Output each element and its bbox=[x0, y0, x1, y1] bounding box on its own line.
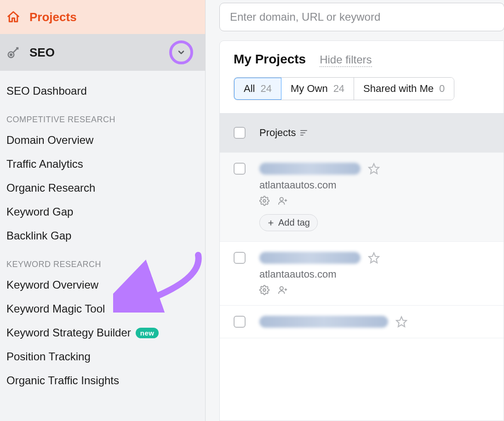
tab-my-own-count: 24 bbox=[333, 83, 344, 95]
svg-point-13 bbox=[263, 289, 266, 291]
project-row[interactable]: atlantaautos.com Add tag bbox=[220, 153, 504, 242]
project-name-redacted bbox=[259, 163, 361, 175]
nav-traffic-analytics[interactable]: Traffic Analytics bbox=[6, 152, 199, 176]
tab-all-label: All bbox=[244, 83, 255, 95]
nav-keyword-overview[interactable]: Keyword Overview bbox=[6, 273, 199, 297]
hide-filters-link[interactable]: Hide filters bbox=[320, 53, 372, 67]
svg-marker-12 bbox=[369, 253, 379, 263]
tab-my-own[interactable]: My Own 24 bbox=[281, 78, 354, 100]
svg-marker-5 bbox=[369, 164, 379, 174]
sidebar-nav-list: SEO Dashboard COMPETITIVE RESEARCH Domai… bbox=[0, 71, 205, 393]
select-all-checkbox[interactable] bbox=[234, 127, 246, 139]
nav-organic-traffic-insights[interactable]: Organic Traffic Insights bbox=[6, 369, 199, 393]
sidebar: Projects SEO SEO Dashboard COMPETITIVE R… bbox=[0, 0, 206, 421]
svg-point-6 bbox=[263, 199, 266, 202]
star-icon[interactable] bbox=[368, 252, 380, 264]
tab-all-count: 24 bbox=[260, 83, 271, 95]
row-checkbox[interactable] bbox=[234, 163, 246, 175]
nav-keyword-magic-tool[interactable]: Keyword Magic Tool bbox=[6, 297, 199, 321]
project-rows: atlantaautos.com Add tag bbox=[220, 153, 504, 421]
tab-my-own-label: My Own bbox=[291, 83, 328, 95]
projects-panel: My Projects Hide filters All 24 My Own 2… bbox=[219, 40, 504, 421]
tab-all[interactable]: All 24 bbox=[234, 77, 282, 100]
plus-icon bbox=[267, 219, 275, 227]
sort-icon bbox=[300, 130, 309, 136]
add-tag-button[interactable]: Add tag bbox=[259, 214, 318, 231]
project-name-redacted bbox=[259, 252, 361, 264]
nav-seo-section[interactable]: SEO bbox=[0, 34, 205, 71]
nav-keyword-gap[interactable]: Keyword Gap bbox=[6, 200, 199, 224]
main-content: My Projects Hide filters All 24 My Own 2… bbox=[206, 0, 504, 421]
row-checkbox[interactable] bbox=[234, 316, 246, 328]
svg-point-14 bbox=[280, 287, 283, 290]
column-projects[interactable]: Projects bbox=[259, 127, 309, 139]
section-competitive-research: COMPETITIVE RESEARCH bbox=[6, 103, 199, 128]
column-projects-label: Projects bbox=[259, 127, 296, 139]
nav-organic-research[interactable]: Organic Research bbox=[6, 176, 199, 200]
project-domain: atlantaautos.com bbox=[259, 268, 490, 280]
seo-collapse-toggle[interactable] bbox=[169, 40, 193, 64]
nav-projects[interactable]: Projects bbox=[0, 0, 205, 34]
tab-shared-label: Shared with Me bbox=[363, 83, 434, 95]
nav-position-tracking[interactable]: Position Tracking bbox=[6, 345, 199, 369]
nav-projects-label: Projects bbox=[29, 10, 77, 24]
panel-title: My Projects bbox=[234, 52, 306, 67]
project-row[interactable] bbox=[220, 306, 504, 338]
nav-seo-label: SEO bbox=[29, 46, 55, 60]
project-row[interactable]: atlantaautos.com bbox=[220, 242, 504, 306]
nav-seo-dashboard[interactable]: SEO Dashboard bbox=[6, 79, 199, 103]
add-user-icon[interactable] bbox=[278, 196, 288, 206]
search-input[interactable] bbox=[219, 3, 504, 31]
add-tag-label: Add tag bbox=[278, 217, 310, 228]
star-icon[interactable] bbox=[368, 163, 380, 175]
badge-new: new bbox=[136, 328, 159, 338]
nav-keyword-strategy-builder[interactable]: Keyword Strategy Builder new bbox=[6, 321, 199, 345]
project-domain: atlantaautos.com bbox=[259, 179, 490, 191]
chevron-down-icon bbox=[177, 48, 186, 57]
star-icon[interactable] bbox=[395, 316, 407, 328]
nav-backlink-gap[interactable]: Backlink Gap bbox=[6, 224, 199, 248]
row-checkbox[interactable] bbox=[234, 252, 246, 264]
add-user-icon[interactable] bbox=[278, 285, 288, 295]
home-icon bbox=[6, 10, 20, 24]
nav-keyword-strategy-label: Keyword Strategy Builder bbox=[6, 326, 131, 339]
svg-marker-17 bbox=[396, 317, 407, 327]
svg-point-1 bbox=[10, 54, 12, 56]
gear-icon[interactable] bbox=[259, 196, 269, 206]
svg-point-7 bbox=[280, 198, 283, 201]
filter-tabs: All 24 My Own 24 Shared with Me 0 bbox=[234, 77, 454, 100]
target-key-icon bbox=[6, 46, 20, 59]
gear-icon[interactable] bbox=[259, 285, 269, 295]
tab-shared[interactable]: Shared with Me 0 bbox=[354, 78, 454, 100]
tab-shared-count: 0 bbox=[439, 83, 445, 95]
project-name-redacted bbox=[259, 316, 388, 328]
nav-domain-overview[interactable]: Domain Overview bbox=[6, 128, 199, 152]
table-header: Projects bbox=[220, 113, 504, 153]
section-keyword-research: KEYWORD RESEARCH bbox=[6, 248, 199, 273]
